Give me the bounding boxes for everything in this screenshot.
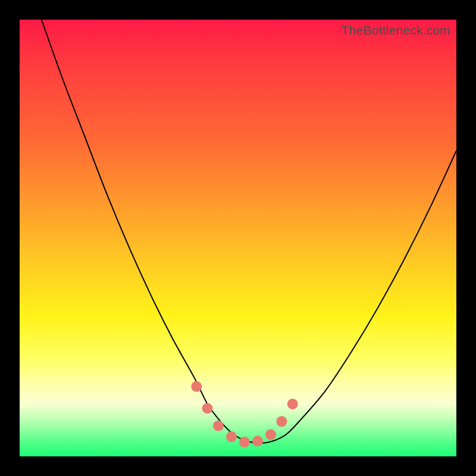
trough-marker xyxy=(276,416,287,427)
trough-marker xyxy=(202,403,213,414)
curve-line xyxy=(42,20,456,443)
plot-area: TheBottleneck.com xyxy=(20,20,456,456)
trough-marker xyxy=(191,381,202,392)
trough-marker xyxy=(226,431,237,442)
trough-marker xyxy=(265,429,276,440)
trough-marker xyxy=(252,436,263,446)
trough-marker xyxy=(213,421,224,431)
bottleneck-curve xyxy=(20,20,456,456)
trough-marker xyxy=(287,399,298,409)
trough-marker xyxy=(239,437,250,447)
chart-frame: TheBottleneck.com xyxy=(0,0,476,476)
